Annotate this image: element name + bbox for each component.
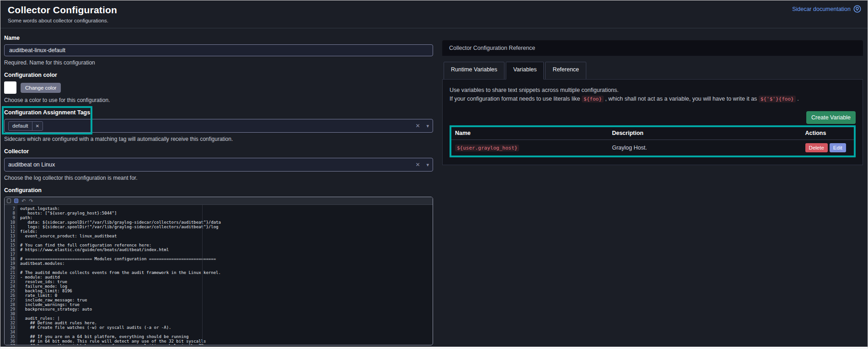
collector-label: Collector bbox=[4, 148, 433, 155]
tag-chip-label: default bbox=[9, 122, 32, 130]
tab-runtime-variables[interactable]: Runtime Variables bbox=[444, 62, 504, 80]
variable-table-row: ${user.graylog_host} Graylog Host. Delet… bbox=[451, 140, 854, 156]
tab-reference[interactable]: Reference bbox=[545, 62, 586, 80]
preview-link[interactable]: Preview bbox=[414, 346, 433, 349]
code-line: rate_limit: 0 bbox=[20, 293, 433, 298]
tags-multiselect[interactable]: default ✕ ✕ ▾ bbox=[4, 119, 433, 133]
copy-icon[interactable] bbox=[7, 199, 11, 203]
code-line: # You can find the full configuration re… bbox=[20, 243, 433, 247]
line-number: 25 bbox=[5, 289, 15, 293]
line-number: 17 bbox=[5, 252, 15, 257]
line-number: 32 bbox=[5, 321, 15, 325]
assignment-tags-label: Configuration Assignment Tags bbox=[4, 109, 433, 116]
code-line: event_source_product: linux_auditbeat bbox=[20, 234, 433, 238]
color-swatch[interactable] bbox=[4, 81, 16, 94]
line-number: 11 bbox=[5, 225, 15, 229]
column-header-name: Name bbox=[451, 127, 608, 140]
delete-variable-button[interactable]: Delete bbox=[805, 143, 828, 152]
line-number: 8 bbox=[5, 211, 15, 215]
configuration-form: Name Required. Name for this configurati… bbox=[4, 31, 433, 349]
code-line: output.logstash: bbox=[20, 206, 433, 211]
line-number: 36 bbox=[5, 339, 15, 344]
line-number: 31 bbox=[5, 316, 15, 321]
sidecar-documentation-link[interactable]: Sidecar documentation bbox=[792, 5, 861, 13]
code-line: - module: auditd bbox=[20, 275, 433, 279]
editor-line-numbers: 7891011121314151617181920212223242526272… bbox=[5, 205, 17, 345]
code-line bbox=[20, 330, 433, 334]
editor-viewport: 7891011121314151617181920212223242526272… bbox=[5, 205, 433, 345]
configuration-editor-group: Configuration ↶ ↷ 7891011121314151617181… bbox=[4, 187, 433, 349]
chevron-down-icon[interactable]: ▾ bbox=[426, 162, 429, 168]
name-label: Name bbox=[4, 35, 433, 41]
line-number: 18 bbox=[5, 257, 15, 261]
page-subtitle: Some words about collector configuration… bbox=[8, 18, 860, 23]
clear-selection-icon[interactable]: ✕ bbox=[415, 161, 420, 168]
line-number: 24 bbox=[5, 284, 15, 289]
code-line: fields: bbox=[20, 229, 433, 234]
tab-variables[interactable]: Variables bbox=[506, 62, 544, 80]
editor-code-area[interactable]: output.logstash: hosts: ["${user.graylog… bbox=[17, 205, 433, 345]
tag-chip-default: default ✕ bbox=[8, 121, 43, 131]
line-number: 15 bbox=[5, 243, 15, 247]
clear-selection-icon[interactable]: ✕ bbox=[415, 123, 420, 129]
column-header-description: Description bbox=[608, 127, 801, 140]
name-field-group: Name Required. Name for this configurati… bbox=[4, 35, 433, 66]
collector-field-group: Collector auditbeat on Linux ✕ ▾ Choose … bbox=[4, 148, 433, 181]
line-number: 29 bbox=[5, 307, 15, 311]
line-number: 10 bbox=[5, 220, 15, 225]
app-window: Collector Configuration Some words about… bbox=[0, 0, 868, 349]
undo-icon[interactable]: ↶ bbox=[21, 199, 26, 203]
code-line: hosts: ["${user.graylog_host}:5044"] bbox=[20, 211, 433, 215]
code-line: # =========================== Modules co… bbox=[20, 257, 433, 261]
code-line: data: ${sidecar.spoolDir!"/var/lib/grayl… bbox=[20, 220, 433, 225]
annotation-highlight-variables-table: Name Description Actions ${user.graylog_… bbox=[450, 125, 856, 157]
line-number: 26 bbox=[5, 293, 15, 298]
remove-tag-icon[interactable]: ✕ bbox=[32, 122, 43, 130]
line-number: 12 bbox=[5, 229, 15, 234]
code-line: backlog_limit: 8196 bbox=[20, 289, 433, 293]
line-number: 37 bbox=[5, 344, 15, 345]
source-code-editor: ↶ ↷ 789101112131415161718192021222324252… bbox=[4, 197, 433, 345]
line-number: 28 bbox=[5, 302, 15, 307]
code-line: ## Create file watches (-w) or syscall a… bbox=[20, 325, 433, 330]
color-field-group: Configuration color Change color Choose … bbox=[4, 72, 433, 103]
line-number: 22 bbox=[5, 275, 15, 279]
line-number: 13 bbox=[5, 234, 15, 238]
paste-icon[interactable] bbox=[14, 199, 18, 203]
edit-variable-button[interactable]: Edit bbox=[830, 143, 846, 152]
column-header-actions: Actions bbox=[802, 127, 854, 140]
collector-select[interactable]: auditbeat on Linux ✕ ▾ bbox=[4, 158, 433, 172]
code-line bbox=[20, 311, 433, 316]
code-line: # The auditd module collects events from… bbox=[20, 270, 433, 275]
configuration-color-label: Configuration color bbox=[4, 72, 433, 78]
line-number: 30 bbox=[5, 311, 15, 316]
code-line: ## If you are on a 64 bit platform, ever… bbox=[20, 334, 433, 339]
line-number: 21 bbox=[5, 270, 15, 275]
line-number: 20 bbox=[5, 266, 15, 270]
collector-selected-value: auditbeat on Linux bbox=[8, 161, 55, 168]
collector-help-text: Choose the log collector this configurat… bbox=[4, 175, 433, 181]
line-number: 9 bbox=[5, 215, 15, 220]
create-variable-button[interactable]: Create Variable bbox=[806, 111, 856, 124]
editor-print-margin bbox=[202, 205, 203, 345]
change-color-button[interactable]: Change color bbox=[21, 83, 61, 93]
code-line: ## Define audit rules here. bbox=[20, 321, 433, 325]
code-line bbox=[20, 238, 433, 243]
documentation-lightbulb-icon bbox=[853, 5, 861, 13]
redo-icon[interactable]: ↷ bbox=[29, 199, 33, 203]
code-line: path: bbox=[20, 215, 433, 220]
variables-intro-text: Use variables to share text snippets acr… bbox=[450, 86, 856, 95]
variable-name-code: ${user.graylog_host} bbox=[455, 145, 519, 151]
code-line: backpressure_strategy: auto bbox=[20, 307, 433, 311]
line-number: 7 bbox=[5, 206, 15, 211]
reference-panel-header: Collector Configuration Reference bbox=[442, 40, 863, 56]
name-input[interactable] bbox=[4, 44, 433, 56]
variables-literals-text: If your configuration format needs to us… bbox=[450, 95, 856, 103]
page-header: Collector Configuration Some words about… bbox=[0, 0, 868, 28]
code-line: # https://www.elastic.co/guide/en/beats/… bbox=[20, 247, 433, 252]
line-number: 33 bbox=[5, 325, 15, 330]
chevron-down-icon[interactable]: ▾ bbox=[426, 123, 429, 129]
code-line bbox=[20, 266, 433, 270]
line-number: 23 bbox=[5, 279, 15, 284]
code-line: ## because this might be a sign of someo… bbox=[20, 344, 433, 345]
